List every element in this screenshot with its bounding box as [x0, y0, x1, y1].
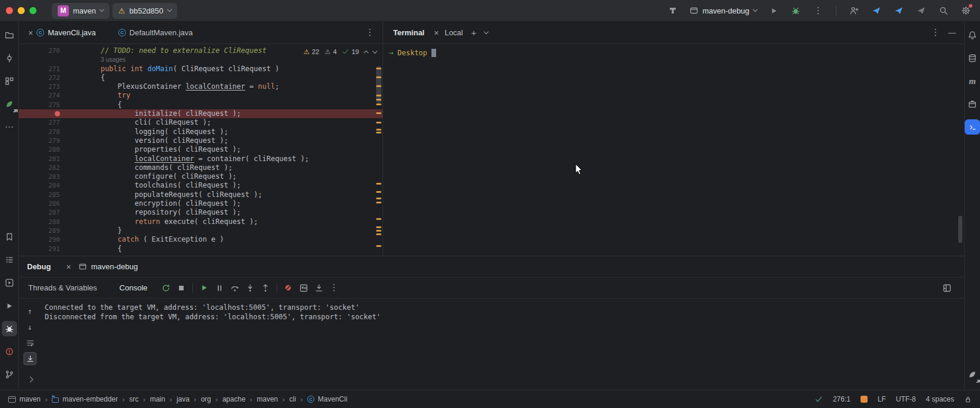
breadcrumb-item[interactable]: java	[177, 395, 190, 403]
zoom-window-button[interactable]	[29, 7, 36, 14]
git-tool-button[interactable]	[2, 367, 17, 382]
line-number-gutter[interactable]: 284	[19, 181, 60, 190]
line-number-gutter[interactable]: 279	[19, 136, 60, 145]
code-line[interactable]: 271 public int doMain( CliRequest cliReq…	[19, 65, 383, 73]
close-icon[interactable]: ×	[434, 29, 438, 37]
line-number-gutter[interactable]: 288	[19, 218, 60, 226]
commit-tool-button[interactable]	[2, 51, 17, 66]
code-line[interactable]: initialize( cliRequest );	[19, 109, 383, 118]
rerun-button[interactable]	[158, 281, 174, 295]
editor-scrollbar-thumb[interactable]	[376, 66, 381, 103]
line-number-gutter[interactable]: 287	[19, 208, 60, 217]
project-widget[interactable]: M maven	[52, 3, 109, 19]
breadcrumb-item[interactable]: main	[150, 395, 165, 403]
database-tool-button[interactable]	[965, 51, 980, 66]
project-tool-button[interactable]	[2, 28, 17, 43]
code-line[interactable]: 290 catch ( ExitException e )	[19, 235, 383, 244]
inspection-mark[interactable]	[376, 99, 381, 101]
previous-occurrence-button[interactable]: ↑	[24, 305, 36, 317]
line-number-gutter[interactable]: 274	[19, 91, 60, 100]
inspection-mark[interactable]	[376, 198, 381, 199]
new-terminal-button[interactable]: +	[471, 28, 476, 38]
breakpoint-dot[interactable]	[55, 111, 60, 116]
next-occurrence-button[interactable]: ↓	[24, 320, 36, 333]
code-line[interactable]: 279 version( cliRequest );	[19, 136, 383, 145]
debug-tool-button[interactable]	[2, 321, 17, 336]
build-tool-button[interactable]	[965, 96, 980, 112]
branch-widget[interactable]: ⚠ bb52d850	[112, 3, 177, 19]
inspection-mark[interactable]	[376, 233, 381, 235]
debug-session-tab[interactable]: maven-debug	[78, 262, 138, 271]
code-line[interactable]: 272 {	[19, 73, 383, 82]
inspection-mark[interactable]	[376, 132, 381, 133]
close-icon[interactable]: ×	[66, 263, 71, 271]
search-everywhere-button[interactable]	[935, 2, 952, 19]
inspection-mark[interactable]	[376, 183, 381, 185]
editor-tab-mavencli[interactable]: × C MavenCli.java	[25, 22, 99, 44]
passed-count[interactable]: 19	[342, 48, 359, 55]
code-editor[interactable]: 270 // TODO: need to externalize CliRequ…	[19, 44, 383, 256]
line-number-gutter[interactable]: 290	[19, 235, 60, 244]
terminal-tool-button[interactable]	[965, 119, 980, 135]
structure-tool-button[interactable]	[2, 73, 17, 89]
breadcrumb-item[interactable]: maven-embedder	[52, 395, 118, 403]
editor-tab-defaultmaven[interactable]: C DefaultMaven.java	[115, 22, 197, 44]
inspection-mark[interactable]	[376, 191, 381, 193]
breadcrumb-item[interactable]: org	[201, 395, 211, 403]
inspection-mark[interactable]	[376, 230, 381, 232]
indent-style[interactable]: 4 spaces	[926, 395, 954, 403]
code-line[interactable]: 289 }	[19, 226, 383, 235]
file-encoding[interactable]: UTF-8	[896, 395, 916, 403]
todo-tool-button[interactable]	[2, 252, 17, 267]
code-line[interactable]: 274 try	[19, 91, 383, 100]
code-line[interactable]: 286 encryption( cliRequest );	[19, 199, 383, 208]
run-with-jrebel-button[interactable]	[868, 2, 885, 19]
line-number-gutter[interactable]: 277	[19, 118, 60, 127]
breadcrumb-item[interactable]: CMavenCli	[307, 395, 347, 403]
breadcrumb-item[interactable]: maven	[257, 395, 278, 403]
services-tool-button[interactable]	[2, 275, 17, 290]
pause-button[interactable]	[212, 281, 227, 295]
inspections-widget[interactable]: ⚠22 ⚠4 19	[303, 48, 377, 56]
line-number-gutter[interactable]: 286	[19, 199, 60, 208]
bookmarks-tool-button[interactable]	[2, 229, 17, 245]
line-number-gutter[interactable]: 270	[19, 46, 60, 55]
inspection-mark[interactable]	[376, 218, 381, 220]
line-number-gutter[interactable]: 272	[19, 73, 60, 82]
chevron-down-icon[interactable]	[484, 29, 489, 34]
jrebel-panel-button[interactable]: JR	[965, 367, 980, 382]
debug-console[interactable]: ↑ ↓ Connected to the target VM, address:…	[19, 299, 964, 390]
line-number-gutter[interactable]	[19, 55, 60, 64]
terminal-scrollbar-thumb[interactable]	[958, 216, 962, 243]
code-with-me-button[interactable]	[846, 2, 862, 19]
code-area[interactable]: 270 // TODO: need to externalize CliRequ…	[19, 46, 383, 253]
tab-console[interactable]: Console	[119, 283, 148, 292]
build-button[interactable]	[665, 2, 681, 19]
line-number-gutter[interactable]: 281	[19, 155, 60, 163]
line-separator[interactable]: LF	[878, 395, 886, 403]
line-number-gutter[interactable]: 280	[19, 145, 60, 154]
code-line[interactable]: 280 properties( cliRequest );	[19, 145, 383, 154]
line-number-gutter[interactable]: 275	[19, 101, 60, 109]
tab-threads-variables[interactable]: Threads & Variables	[28, 283, 97, 292]
settings-button[interactable]	[958, 2, 974, 19]
breakpoint-gutter[interactable]	[19, 109, 60, 118]
line-number-gutter[interactable]: 283	[19, 172, 60, 181]
inspection-mark[interactable]	[376, 103, 381, 105]
breadcrumb-item[interactable]: cli	[290, 395, 296, 403]
line-number-gutter[interactable]: 273	[19, 82, 60, 91]
error-stripe[interactable]	[374, 44, 383, 256]
tab-options-button[interactable]: ⋮	[366, 28, 374, 37]
code-line[interactable]: 285 populateRequest( cliRequest );	[19, 190, 383, 199]
code-line[interactable]: 287 repository( cliRequest );	[19, 208, 383, 217]
terminal-options-button[interactable]: ⋮	[931, 28, 940, 37]
previous-problem-button[interactable]	[364, 50, 368, 55]
readonly-lock-icon[interactable]	[964, 396, 972, 403]
inspection-mark[interactable]	[376, 122, 381, 123]
layout-settings-button[interactable]	[939, 281, 955, 295]
jrebel-tool-button[interactable]: JR	[2, 96, 17, 112]
debug-button[interactable]	[788, 2, 804, 19]
code-line[interactable]: 291 {	[19, 245, 383, 253]
terminal-prompt[interactable]: → Desktop	[389, 49, 964, 57]
run-tool-button[interactable]	[2, 298, 17, 313]
